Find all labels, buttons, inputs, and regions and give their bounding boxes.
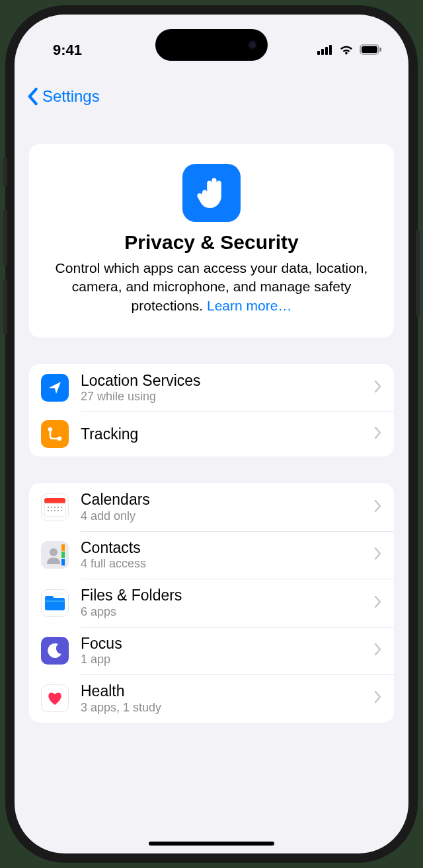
svg-rect-1: [321, 49, 324, 55]
row-label: Health: [81, 682, 374, 700]
cellular-icon: [317, 42, 333, 59]
row-sublabel: 4 full access: [81, 557, 374, 571]
settings-group-data: Calendars 4 add only Contacts 4 full acc…: [29, 483, 394, 722]
row-tracking[interactable]: Tracking: [29, 412, 394, 456]
row-focus[interactable]: Focus 1 app: [29, 627, 394, 674]
row-health[interactable]: Health 3 apps, 1 study: [29, 674, 394, 722]
nav-bar: Settings: [15, 78, 408, 115]
row-label: Focus: [81, 635, 374, 652]
row-contacts[interactable]: Contacts 4 full access: [29, 531, 394, 579]
svg-point-22: [50, 548, 58, 556]
mute-switch: [3, 157, 7, 186]
back-label: Settings: [42, 87, 100, 106]
chevron-right-icon: [374, 690, 382, 706]
svg-rect-0: [317, 51, 320, 55]
chevron-right-icon: [374, 380, 382, 396]
svg-rect-5: [362, 46, 377, 53]
home-indicator[interactable]: [149, 842, 274, 846]
settings-group-location: Location Services 27 while using Trackin…: [29, 364, 394, 456]
svg-point-14: [58, 507, 59, 508]
location-arrow-icon: [41, 374, 69, 402]
chevron-right-icon: [374, 547, 382, 563]
camera-dot: [248, 40, 257, 50]
row-label: Contacts: [81, 539, 374, 556]
content: Privacy & Security Control which apps ca…: [15, 120, 408, 853]
status-time: 9:41: [41, 42, 82, 59]
svg-rect-2: [325, 47, 328, 55]
svg-point-16: [48, 510, 49, 511]
hero-card: Privacy & Security Control which apps ca…: [29, 144, 394, 338]
privacy-hand-icon: [182, 164, 241, 222]
volume-down-button: [3, 279, 7, 334]
row-files-folders[interactable]: Files & Folders 6 apps: [29, 579, 394, 626]
power-button: [416, 230, 420, 316]
row-sublabel: 6 apps: [81, 605, 374, 619]
svg-point-20: [61, 510, 62, 511]
svg-rect-25: [61, 559, 65, 565]
svg-rect-3: [329, 45, 332, 55]
row-label: Tracking: [81, 425, 374, 443]
svg-point-17: [51, 510, 52, 511]
svg-rect-24: [61, 552, 65, 558]
row-sublabel: 3 apps, 1 study: [81, 701, 374, 715]
chevron-right-icon: [374, 595, 382, 611]
row-label: Calendars: [81, 491, 374, 508]
back-button[interactable]: Settings: [26, 87, 100, 106]
wifi-icon: [338, 42, 354, 59]
contacts-icon: [41, 541, 69, 569]
page-title: Privacy & Security: [48, 231, 375, 254]
volume-up-button: [3, 210, 7, 266]
page-description: Control which apps can access your data,…: [48, 259, 375, 315]
svg-point-13: [54, 507, 56, 508]
svg-rect-6: [380, 48, 382, 52]
dynamic-island: [155, 29, 268, 61]
chevron-right-icon: [374, 426, 382, 442]
battery-icon: [360, 42, 382, 59]
svg-rect-23: [61, 544, 65, 551]
svg-point-11: [48, 507, 49, 508]
chevron-right-icon: [374, 643, 382, 659]
learn-more-link[interactable]: Learn more…: [207, 298, 291, 313]
row-label: Files & Folders: [81, 587, 374, 604]
health-icon: [41, 684, 69, 712]
row-calendars[interactable]: Calendars 4 add only: [29, 483, 394, 530]
row-location-services[interactable]: Location Services 27 while using: [29, 364, 394, 412]
svg-point-18: [54, 510, 56, 511]
chevron-left-icon: [26, 87, 38, 106]
status-indicators: [317, 42, 382, 59]
chevron-right-icon: [374, 499, 382, 515]
phone-frame: 9:41 Settings: [5, 5, 418, 863]
row-label: Location Services: [81, 372, 374, 389]
calendar-icon: [41, 493, 69, 521]
svg-point-19: [58, 510, 59, 511]
svg-point-12: [51, 507, 52, 508]
row-sublabel: 1 app: [81, 653, 374, 667]
tracking-icon: [41, 420, 69, 448]
svg-point-15: [61, 507, 62, 508]
svg-rect-9: [44, 498, 65, 503]
files-icon: [41, 589, 69, 617]
focus-icon: [41, 637, 69, 665]
screen: 9:41 Settings: [15, 15, 408, 853]
row-sublabel: 27 while using: [81, 390, 374, 404]
row-sublabel: 4 add only: [81, 509, 374, 523]
